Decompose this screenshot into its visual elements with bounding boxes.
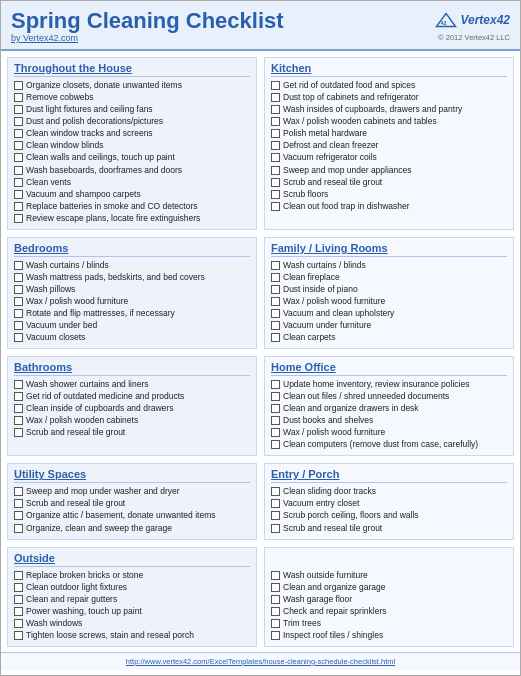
list-item[interactable]: Clean outdoor light fixtures — [14, 582, 250, 593]
list-item[interactable]: Sweep and mop under appliances — [271, 165, 507, 176]
checkbox[interactable] — [271, 190, 280, 199]
list-item[interactable]: Dust inside of piano — [271, 284, 507, 295]
checkbox[interactable] — [271, 321, 280, 330]
checkbox[interactable] — [271, 631, 280, 640]
list-item[interactable]: Wash shower curtains and liners — [14, 379, 250, 390]
list-item[interactable]: Organize attic / basement, donate unwant… — [14, 510, 250, 521]
list-item[interactable]: Vacuum under furniture — [271, 320, 507, 331]
checkbox[interactable] — [14, 214, 23, 223]
list-item[interactable]: Power washing, touch up paint — [14, 606, 250, 617]
list-item[interactable]: Clean computers (remove dust from case, … — [271, 439, 507, 450]
checkbox[interactable] — [14, 190, 23, 199]
checkbox[interactable] — [271, 117, 280, 126]
checkbox[interactable] — [14, 178, 23, 187]
checkbox[interactable] — [271, 178, 280, 187]
checkbox[interactable] — [271, 583, 280, 592]
checkbox[interactable] — [14, 333, 23, 342]
checkbox[interactable] — [14, 571, 23, 580]
checkbox[interactable] — [271, 380, 280, 389]
list-item[interactable]: Dust and polish decorations/pictures — [14, 116, 250, 127]
checkbox[interactable] — [14, 595, 23, 604]
checkbox[interactable] — [14, 511, 23, 520]
checkbox[interactable] — [14, 129, 23, 138]
list-item[interactable]: Wash windows — [14, 618, 250, 629]
checkbox[interactable] — [14, 631, 23, 640]
list-item[interactable]: Check and repair sprinklers — [271, 606, 507, 617]
list-item[interactable]: Wash baseboards, doorframes and doors — [14, 165, 250, 176]
checkbox[interactable] — [271, 607, 280, 616]
list-item[interactable]: Wash curtains / blinds — [271, 260, 507, 271]
list-item[interactable]: Wash outside furniture — [271, 570, 507, 581]
list-item[interactable]: Wax / polish wood furniture — [14, 296, 250, 307]
checkbox[interactable] — [14, 117, 23, 126]
list-item[interactable]: Vacuum refrigerator coils — [271, 152, 507, 163]
checkbox[interactable] — [14, 166, 23, 175]
list-item[interactable]: Wash mattress pads, bedskirts, and bed c… — [14, 272, 250, 283]
checkbox[interactable] — [271, 404, 280, 413]
checkbox[interactable] — [14, 487, 23, 496]
list-item[interactable]: Review escape plans, locate fire extingu… — [14, 213, 250, 224]
list-item[interactable]: Wax / polish wood furniture — [271, 296, 507, 307]
checkbox[interactable] — [271, 333, 280, 342]
checkbox[interactable] — [14, 380, 23, 389]
checkbox[interactable] — [14, 499, 23, 508]
checkbox[interactable] — [271, 511, 280, 520]
list-item[interactable]: Inspect roof tiles / shingles — [271, 630, 507, 641]
checkbox[interactable] — [14, 416, 23, 425]
checkbox[interactable] — [271, 309, 280, 318]
list-item[interactable]: Clean and repair gutters — [14, 594, 250, 605]
list-item[interactable]: Scrub floors — [271, 189, 507, 200]
checkbox[interactable] — [14, 583, 23, 592]
list-item[interactable]: Scrub porch ceiling, floors and walls — [271, 510, 507, 521]
checkbox[interactable] — [271, 297, 280, 306]
checkbox[interactable] — [14, 404, 23, 413]
list-item[interactable]: Clean and organize garage — [271, 582, 507, 593]
checkbox[interactable] — [271, 392, 280, 401]
list-item[interactable]: Rotate and flip mattresses, if necessary — [14, 308, 250, 319]
checkbox[interactable] — [271, 93, 280, 102]
list-item[interactable]: Sweep and mop under washer and dryer — [14, 486, 250, 497]
list-item[interactable]: Update home inventory, review insurance … — [271, 379, 507, 390]
checkbox[interactable] — [271, 416, 280, 425]
list-item[interactable]: Clean vents — [14, 177, 250, 188]
checkbox[interactable] — [14, 273, 23, 282]
list-item[interactable]: Get rid of outdated medicine and product… — [14, 391, 250, 402]
footer-url[interactable]: http://www.vertex42.com/ExcelTemplates/h… — [126, 657, 395, 666]
checkbox[interactable] — [14, 607, 23, 616]
list-item[interactable]: Dust light fixtures and ceiling fans — [14, 104, 250, 115]
list-item[interactable]: Dust books and shelves — [271, 415, 507, 426]
checkbox[interactable] — [271, 487, 280, 496]
list-item[interactable]: Vacuum and clean upholstery — [271, 308, 507, 319]
list-item[interactable]: Scrub and reseal tile grout — [271, 523, 507, 534]
checkbox[interactable] — [271, 524, 280, 533]
list-item[interactable]: Clean sliding door tracks — [271, 486, 507, 497]
checkbox[interactable] — [14, 392, 23, 401]
checkbox[interactable] — [271, 129, 280, 138]
checkbox[interactable] — [271, 273, 280, 282]
checkbox[interactable] — [14, 428, 23, 437]
list-item[interactable]: Scrub and reseal tile grout — [271, 177, 507, 188]
checkbox[interactable] — [14, 297, 23, 306]
list-item[interactable]: Clean walls and ceilings, touch up paint — [14, 152, 250, 163]
checkbox[interactable] — [271, 499, 280, 508]
checkbox[interactable] — [271, 166, 280, 175]
checkbox[interactable] — [271, 285, 280, 294]
list-item[interactable]: Wash pillows — [14, 284, 250, 295]
checkbox[interactable] — [14, 93, 23, 102]
checkbox[interactable] — [14, 321, 23, 330]
list-item[interactable]: Clean window blinds — [14, 140, 250, 151]
checkbox[interactable] — [271, 81, 280, 90]
checkbox[interactable] — [271, 261, 280, 270]
checkbox[interactable] — [271, 105, 280, 114]
list-item[interactable]: Wash garage floor — [271, 594, 507, 605]
list-item[interactable]: Scrub and reseal tile grout — [14, 498, 250, 509]
list-item[interactable]: Wax / polish wood furniture — [271, 427, 507, 438]
list-item[interactable]: Clean fireplace — [271, 272, 507, 283]
checkbox[interactable] — [14, 153, 23, 162]
list-item[interactable]: Trim trees — [271, 618, 507, 629]
checkbox[interactable] — [14, 285, 23, 294]
checkbox[interactable] — [14, 309, 23, 318]
list-item[interactable]: Clean carpets — [271, 332, 507, 343]
list-item[interactable]: Vacuum under bed — [14, 320, 250, 331]
list-item[interactable]: Clean out files / shred unneeded documen… — [271, 391, 507, 402]
